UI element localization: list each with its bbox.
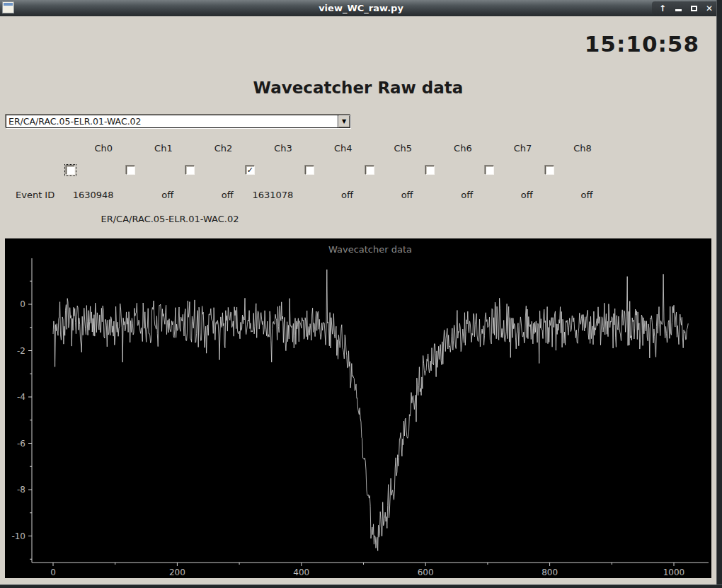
window-border-bottom xyxy=(0,584,722,588)
channel-label-ch3: Ch3 xyxy=(253,143,314,154)
chevron-down-icon[interactable]: ▼ xyxy=(338,115,350,127)
wavecatcher-plot: Wavecatcher data020040060080010000-2-4-6… xyxy=(5,238,711,578)
svg-text:0: 0 xyxy=(50,567,56,577)
channel-label-ch4: Ch4 xyxy=(313,143,373,154)
channel-label-ch1: Ch1 xyxy=(134,143,194,154)
svg-text:0: 0 xyxy=(20,299,25,309)
device-selector-combobox[interactable]: ER/CA/RAC.05-ELR.01-WAC.02 ▼ xyxy=(6,115,350,128)
window-controls: ↑ ✕ xyxy=(652,1,720,15)
window-title: view_WC_raw.py xyxy=(0,3,722,13)
channel-label-ch2: Ch2 xyxy=(193,143,253,154)
event-id-value-ch5: off xyxy=(373,190,433,200)
channel-label-ch7: Ch7 xyxy=(493,143,553,154)
svg-text:Wavecatcher data: Wavecatcher data xyxy=(328,244,412,255)
event-id-row: Event ID1630948offoff1631078offoffoffoff… xyxy=(0,190,612,200)
event-id-value-ch2: off xyxy=(193,190,253,200)
channel-checkbox-ch7[interactable]: ✓ xyxy=(485,166,494,175)
channel-checkbox-ch2[interactable]: ✓ xyxy=(185,166,195,175)
event-id-value-ch1: off xyxy=(134,190,194,200)
svg-text:-2: -2 xyxy=(17,346,25,356)
svg-text:400: 400 xyxy=(293,567,309,577)
channel-checkbox-ch3[interactable]: ✓ xyxy=(246,166,255,175)
channel-label-ch5: Ch5 xyxy=(373,143,433,154)
event-id-value-ch4: off xyxy=(313,190,373,200)
channel-checkbox-ch1[interactable]: ✓ xyxy=(126,166,135,175)
svg-text:600: 600 xyxy=(418,567,434,577)
spacer xyxy=(0,166,74,175)
maximize-button[interactable] xyxy=(688,3,699,14)
window-titlebar[interactable]: view_WC_raw.py ↑ ✕ xyxy=(0,0,722,16)
event-id-value-ch7: off xyxy=(493,190,553,200)
channel-checkbox-ch6[interactable]: ✓ xyxy=(425,166,435,175)
event-id-value-ch6: off xyxy=(433,190,493,200)
event-id-value-ch3: 1631078 xyxy=(253,190,314,200)
event-id-value-ch0: 1630948 xyxy=(74,190,134,200)
channel-checkbox-ch0[interactable]: ✓ xyxy=(66,166,75,175)
app-window: view_WC_raw.py ↑ ✕ 15:10:58 Wavecatcher … xyxy=(0,0,722,588)
channel-checkbox-row: ✓✓✓✓✓✓✓✓✓ xyxy=(0,166,612,175)
close-button[interactable]: ✕ xyxy=(704,3,715,14)
svg-text:-6: -6 xyxy=(17,439,25,449)
device-selector-value: ER/CA/RAC.05-ELR.01-WAC.02 xyxy=(6,116,338,127)
channel-checkbox-ch4[interactable]: ✓ xyxy=(305,166,314,175)
device-label: ER/CA/RAC.05-ELR.01-WAC.02 xyxy=(0,214,340,224)
svg-text:-4: -4 xyxy=(17,392,25,402)
svg-text:-10: -10 xyxy=(11,531,25,541)
spacer xyxy=(0,143,74,154)
channel-label-ch0: Ch0 xyxy=(74,143,134,154)
svg-text:800: 800 xyxy=(542,567,558,577)
minimize-button[interactable] xyxy=(672,3,684,14)
channel-labels-row: Ch0Ch1Ch2Ch3Ch4Ch5Ch6Ch7Ch8 xyxy=(0,143,612,154)
channel-checkbox-ch5[interactable]: ✓ xyxy=(365,166,374,175)
shade-button[interactable]: ↑ xyxy=(657,3,668,14)
page-title: Wavecatcher Raw data xyxy=(0,79,716,97)
waveform-chart: Wavecatcher data020040060080010000-2-4-6… xyxy=(5,238,711,578)
check-icon: ✓ xyxy=(247,166,253,174)
app-icon xyxy=(2,1,14,13)
svg-text:200: 200 xyxy=(169,567,185,577)
svg-text:-8: -8 xyxy=(17,485,25,495)
event-id-value-ch8: off xyxy=(553,190,613,200)
channel-checkbox-ch8[interactable]: ✓ xyxy=(545,166,554,175)
event-id-label: Event ID xyxy=(0,190,74,200)
channel-label-ch8: Ch8 xyxy=(553,143,613,154)
window-border-right xyxy=(716,0,722,588)
channel-label-ch6: Ch6 xyxy=(433,143,493,154)
clock-display: 15:10:58 xyxy=(585,31,699,57)
svg-text:1000: 1000 xyxy=(663,567,685,577)
